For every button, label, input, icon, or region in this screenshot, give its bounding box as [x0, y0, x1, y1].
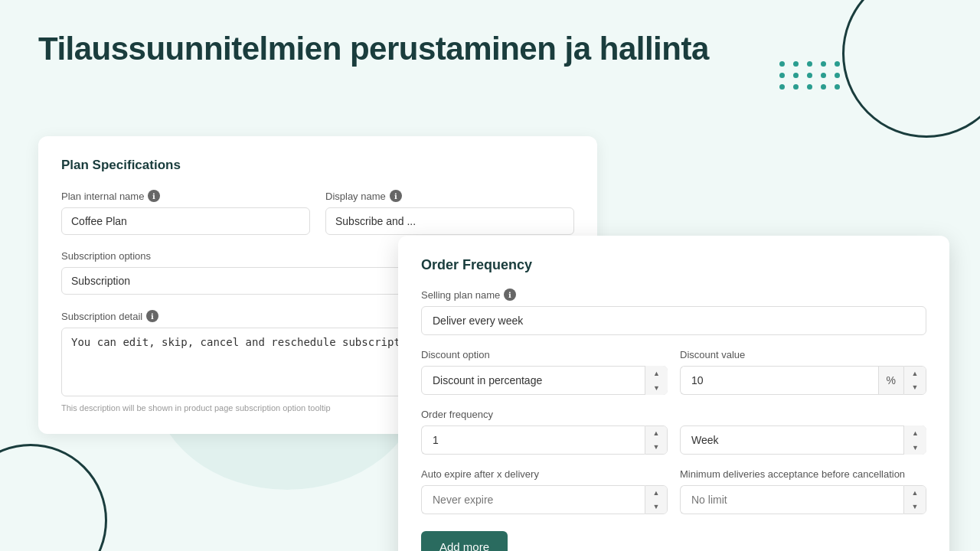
order-frequency-unit-col: Unit Week Day Month Year ▲ ▼: [680, 409, 926, 455]
order-freq-card: Order Frequency Selling plan name ℹ Disc…: [398, 236, 949, 551]
discount-value-label: Discount value: [680, 349, 926, 360]
selling-plan-name-label: Selling plan name ℹ: [421, 289, 926, 301]
order-frequency-up-btn[interactable]: ▲: [645, 426, 667, 440]
discount-option-up-btn[interactable]: ▲: [645, 366, 668, 380]
add-more-button[interactable]: Add more: [421, 531, 508, 551]
order-frequency-down-btn[interactable]: ▼: [645, 440, 667, 454]
page-title: Tilaussuunnitelmien perustaminen ja hall…: [38, 31, 709, 67]
order-freq-title: Order Frequency: [421, 257, 926, 273]
discount-value-down-btn[interactable]: ▼: [904, 380, 926, 394]
selling-plan-info-icon[interactable]: ℹ: [504, 289, 516, 301]
freq-unit-up-btn[interactable]: ▲: [904, 425, 926, 440]
min-deliveries-label: Minimum deliveries acceptance before can…: [680, 468, 926, 480]
auto-expire-label: Auto expire after x delivery: [421, 468, 668, 480]
auto-expire-input-wrapper: ▲ ▼: [421, 485, 668, 514]
discount-option-arrows: ▲ ▼: [645, 366, 668, 395]
freq-unit-down-btn[interactable]: ▼: [904, 440, 926, 455]
order-frequency-unit-arrows: ▲ ▼: [903, 425, 926, 455]
order-frequency-number-input[interactable]: [421, 425, 645, 455]
discount-value-wrapper: % ▲ ▼: [680, 366, 926, 395]
auto-expire-up-btn[interactable]: ▲: [645, 486, 667, 500]
selling-plan-name-input[interactable]: [421, 306, 926, 335]
min-deliveries-input[interactable]: [680, 485, 903, 514]
discount-option-label: Discount option: [421, 349, 668, 360]
auto-expire-col: Auto expire after x delivery ▲ ▼: [421, 468, 668, 514]
display-name-input[interactable]: [325, 207, 574, 235]
min-deliveries-input-wrapper: ▲ ▼: [680, 485, 926, 514]
display-name-group: Display name ℹ: [325, 190, 574, 235]
order-frequency-unit-wrapper: Week Day Month Year ▲ ▼: [680, 425, 926, 455]
subscription-detail-info-icon[interactable]: ℹ: [146, 310, 158, 322]
bg-circle-top-right: [842, 0, 980, 138]
plan-internal-name-info-icon[interactable]: ℹ: [148, 190, 160, 202]
order-frequency-input-wrapper: ▲ ▼: [421, 425, 668, 455]
plan-names-row: Plan internal name ℹ Display name ℹ: [61, 190, 574, 235]
min-deliveries-down-btn[interactable]: ▼: [904, 500, 926, 514]
order-frequency-arrows: ▲ ▼: [645, 425, 668, 455]
order-frequency-unit-select[interactable]: Week Day Month Year: [680, 425, 926, 455]
discount-option-col: Discount option Discount in percentage F…: [421, 349, 668, 395]
expire-deliveries-row: Auto expire after x delivery ▲ ▼ Minimum…: [421, 468, 926, 514]
bg-circle-bottom-left: [0, 444, 107, 551]
auto-expire-arrows: ▲ ▼: [645, 485, 668, 514]
discount-value-input[interactable]: [680, 366, 878, 395]
dots-decoration: [779, 61, 842, 90]
display-name-info-icon[interactable]: ℹ: [390, 190, 402, 202]
selling-plan-name-group: Selling plan name ℹ: [421, 289, 926, 335]
order-frequency-label: Order frequency: [421, 409, 668, 420]
discount-row: Discount option Discount in percentage F…: [421, 349, 926, 395]
plan-internal-name-input[interactable]: [61, 207, 310, 235]
plan-internal-name-group: Plan internal name ℹ: [61, 190, 310, 235]
discount-value-arrows: ▲ ▼: [903, 366, 926, 395]
discount-option-select[interactable]: Discount in percentage Fixed amount No d…: [421, 366, 668, 395]
order-frequency-col: Order frequency ▲ ▼: [421, 409, 668, 455]
discount-option-select-wrapper: Discount in percentage Fixed amount No d…: [421, 366, 668, 395]
min-deliveries-col: Minimum deliveries acceptance before can…: [680, 468, 926, 514]
discount-value-up-btn[interactable]: ▲: [904, 367, 926, 380]
percent-symbol: %: [878, 366, 903, 395]
plan-internal-name-label: Plan internal name ℹ: [61, 190, 310, 202]
auto-expire-input[interactable]: [421, 485, 645, 514]
discount-option-down-btn[interactable]: ▼: [645, 380, 668, 395]
order-frequency-row: Order frequency ▲ ▼ Unit Week Day Month …: [421, 409, 926, 455]
min-deliveries-arrows: ▲ ▼: [903, 485, 926, 514]
display-name-label: Display name ℹ: [325, 190, 574, 202]
auto-expire-down-btn[interactable]: ▼: [645, 500, 667, 514]
discount-value-col: Discount value % ▲ ▼: [680, 349, 926, 395]
plan-spec-title: Plan Specifications: [61, 158, 574, 173]
min-deliveries-up-btn[interactable]: ▲: [904, 486, 926, 500]
